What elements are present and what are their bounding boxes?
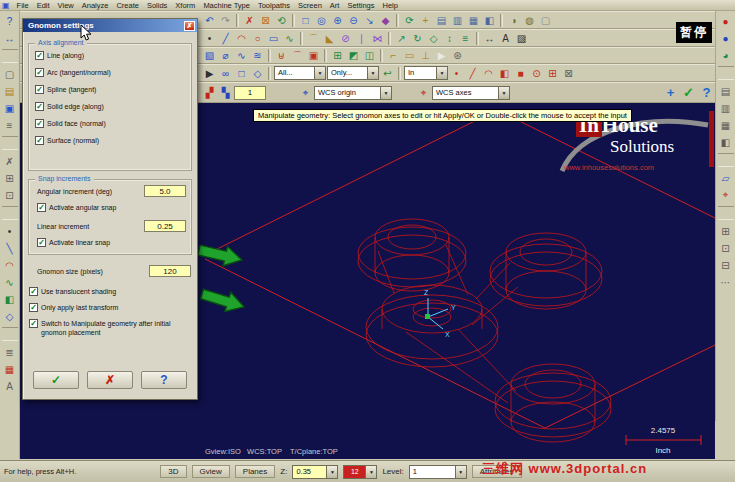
solid-fillet-icon[interactable]: ⌒ <box>290 48 305 63</box>
fillet-icon[interactable]: ⌒ <box>306 31 321 46</box>
surface-blend-icon[interactable]: ◫ <box>362 48 377 63</box>
xform-rotate-icon[interactable]: ↻ <box>410 31 425 46</box>
checkbox-activate-linear-snap[interactable]: Activate linear snap <box>37 238 110 247</box>
menu-item[interactable]: Toolpaths <box>254 1 294 10</box>
checkbox-icon[interactable] <box>35 102 44 111</box>
toolpath-contour-icon[interactable]: ⌐ <box>386 48 401 63</box>
checkbox-arc-tangent-normal[interactable]: Arc (tangent/normal) <box>35 68 189 77</box>
solid-shell-icon[interactable]: ▣ <box>306 48 321 63</box>
quick-mask-results-icon[interactable]: ⊙ <box>529 66 544 81</box>
trim-icon[interactable]: ⊘ <box>338 31 353 46</box>
checkbox-icon[interactable] <box>29 287 38 296</box>
undelete-icon[interactable]: ⟲ <box>274 13 289 28</box>
gnomon-plane-icon[interactable]: ▞ <box>202 85 217 100</box>
copy-icon[interactable]: ⊞ <box>2 171 18 185</box>
solid-sweep-icon[interactable]: ∿ <box>234 48 249 63</box>
viewsheets-icon[interactable]: ⊞ <box>718 224 734 238</box>
create-spline-icon[interactable]: ∿ <box>282 31 297 46</box>
solid-loft-icon[interactable]: ≋ <box>250 48 265 63</box>
checkbox-spline-tangent[interactable]: Spline (tangent) <box>35 85 189 94</box>
level-selector[interactable]: 1 <box>409 465 467 479</box>
gview-iso-icon[interactable]: ◧ <box>482 13 497 28</box>
wcs-origin-dropdown[interactable]: WCS origin <box>314 86 392 100</box>
wcs-origin-icon[interactable]: ⌖ <box>298 85 313 100</box>
wcs-axes-icon[interactable]: ⌖ <box>416 85 431 100</box>
break-icon[interactable]: ∣ <box>354 31 369 46</box>
color-palette-icon[interactable]: ▦ <box>2 362 18 376</box>
quick-mask-lines-icon[interactable]: ╱ <box>465 66 480 81</box>
checkbox-use-translucent-shading[interactable]: Use translucent shading <box>29 287 193 296</box>
redo-icon[interactable]: ↷ <box>218 13 233 28</box>
checkbox-line-along[interactable]: Line (along) <box>35 51 189 60</box>
linear-increment-field[interactable] <box>144 220 186 232</box>
analyze-distance-icon[interactable]: ↔ <box>2 31 18 45</box>
checkbox-icon[interactable] <box>37 238 46 247</box>
arc-icon[interactable]: ◠ <box>2 258 18 272</box>
repaint-icon[interactable]: ◆ <box>378 13 393 28</box>
wireframe-icon[interactable]: ◍ <box>522 13 537 28</box>
spline-icon[interactable]: ∿ <box>2 275 18 289</box>
selection-cursor-icon[interactable]: ▶ <box>202 66 217 81</box>
help-button[interactable]: ? <box>141 371 187 389</box>
undo-icon[interactable]: ↶ <box>202 13 217 28</box>
gnomon-3d-icon[interactable]: ▚ <box>218 85 233 100</box>
gview-right-icon[interactable]: ▦ <box>466 13 481 28</box>
planes-button[interactable]: Planes <box>235 465 275 478</box>
gview-button[interactable]: Gview <box>192 465 230 478</box>
rotate-view-icon[interactable]: ● <box>718 31 734 45</box>
unzoom-icon[interactable]: ↘ <box>362 13 377 28</box>
apply-ok-icon[interactable]: ✓ <box>680 84 697 101</box>
machine-settings-icon[interactable]: ⊛ <box>450 48 465 63</box>
delete-duplicates-icon[interactable]: ⊠ <box>258 13 273 28</box>
checkbox-surface-normal[interactable]: Surface (normal) <box>35 136 189 145</box>
paste-icon[interactable]: ⊡ <box>2 188 18 202</box>
ribbon-entry-field[interactable] <box>234 86 266 100</box>
close-icon[interactable]: ✗ <box>184 21 195 31</box>
select-arrow-icon[interactable]: ▶ <box>434 48 449 63</box>
menu-item[interactable]: Solids <box>143 1 171 10</box>
gview-front-icon[interactable]: ▥ <box>450 13 465 28</box>
xform-mirror-icon[interactable]: ◇ <box>426 31 441 46</box>
menu-item[interactable]: Settings <box>343 1 378 10</box>
create-circle-icon[interactable]: ○ <box>250 31 265 46</box>
xform-scale-icon[interactable]: ↕ <box>442 31 457 46</box>
surface-icon[interactable]: ◧ <box>2 292 18 306</box>
ribbon-help-icon[interactable]: ? <box>698 84 715 101</box>
window-select-icon[interactable]: □ <box>234 66 249 81</box>
xform-translate-icon[interactable]: ↗ <box>394 31 409 46</box>
select-all-dropdown[interactable]: All... <box>274 66 326 80</box>
zoom-out-icon[interactable]: ⊖ <box>346 13 361 28</box>
checkbox-switch-to-manipulate[interactable]: Switch to Manipulate geometry after init… <box>29 319 193 337</box>
dynamic-rotate-icon[interactable]: ⟳ <box>402 13 417 28</box>
menu-item[interactable]: Xform <box>171 1 199 10</box>
checkbox-icon[interactable] <box>35 85 44 94</box>
solid-boolean-icon[interactable]: ⊎ <box>274 48 289 63</box>
create-line-icon[interactable]: ╱ <box>218 31 233 46</box>
quick-mask-clear-icon[interactable]: ⊠ <box>561 66 576 81</box>
spin-view-icon[interactable]: ◕ <box>718 48 734 62</box>
fit-icon[interactable]: ⊡ <box>718 241 734 255</box>
quick-mask-solids-icon[interactable]: ■ <box>513 66 528 81</box>
view-top-icon[interactable]: ▤ <box>718 84 734 98</box>
gnomon-origin-handle[interactable] <box>425 314 430 319</box>
xform-offset-icon[interactable]: ≡ <box>458 31 473 46</box>
create-point-icon[interactable]: • <box>202 31 217 46</box>
checkbox-icon[interactable] <box>37 203 46 212</box>
cut-icon[interactable]: ✗ <box>2 154 18 168</box>
chamfer-icon[interactable]: ◣ <box>322 31 337 46</box>
solid-revolve-icon[interactable]: ⌀ <box>218 48 233 63</box>
ok-button[interactable]: ✓ <box>33 371 79 389</box>
cancel-button[interactable]: ✗ <box>87 371 133 389</box>
create-arc-icon[interactable]: ◠ <box>234 31 249 46</box>
solids-icon[interactable]: ◇ <box>2 309 18 323</box>
menu-item[interactable]: Machine Type <box>199 1 254 10</box>
checkbox-icon[interactable] <box>35 51 44 60</box>
menu-item[interactable]: Edit <box>33 1 54 10</box>
shading-icon[interactable]: ◑ <box>506 13 521 28</box>
point-icon[interactable]: • <box>2 224 18 238</box>
checkbox-icon[interactable] <box>35 68 44 77</box>
create-rectangle-icon[interactable]: ▭ <box>266 31 281 46</box>
chain-select-icon[interactable]: ∞ <box>218 66 233 81</box>
checkbox-icon[interactable] <box>29 319 38 328</box>
pan-icon[interactable]: + <box>418 13 433 28</box>
